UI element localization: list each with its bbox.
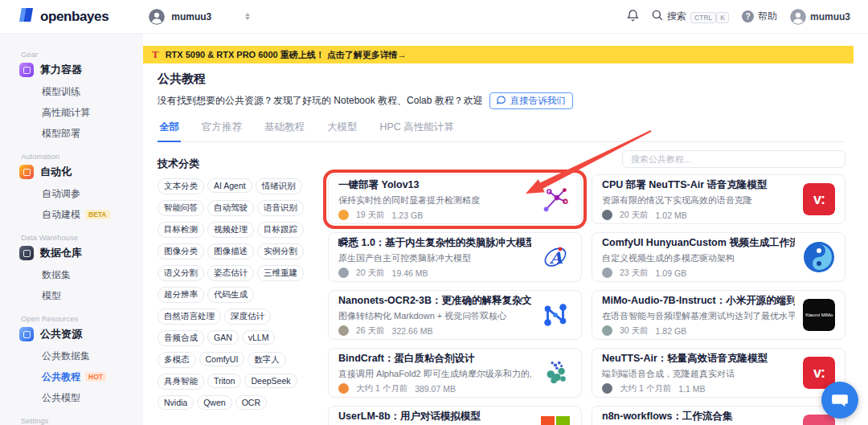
tutorial-card[interactable]: 一键部署 Yolov13 保持实时性的同时显著提升检测精度 19 天前 1.23… [328,174,582,224]
filter-tag[interactable]: 音频合成 [158,330,204,346]
sidebar-section-eyebrow: Gear [21,50,137,59]
filter-tag[interactable]: 代码生成 [207,287,254,303]
filter-tag[interactable]: OCR [235,395,267,410]
search-shortcut-keys: CTRLK [690,11,729,22]
filter-tag[interactable]: 实例分割 [257,243,304,259]
tutorial-card[interactable]: BindCraft：蛋白质粘合剂设计 直接调用 AlphaFold2 即可生成纳… [328,348,582,398]
sidebar-item-label: 公共教程 [42,370,80,384]
filter-tag[interactable]: 情绪识别 [256,178,302,194]
filter-tag[interactable]: 目标跟踪 [257,222,304,238]
tab[interactable]: 基础教程 [263,117,306,142]
sidebar-group[interactable]: 数据仓库 [19,246,137,260]
filter-tag[interactable]: DeepSeek [244,374,297,388]
promo-banner[interactable]: T RTX 5090 & RTX PRO 6000 重磅上线！ 点击了解更多详情… [143,46,854,63]
tab[interactable]: HPC 高性能计算 [379,117,456,142]
tab[interactable]: 全部 [158,117,181,142]
sidebar-item[interactable]: 公共模型 [21,387,137,408]
author-avatar [602,210,612,220]
workspace-selector[interactable]: mumuu3 [149,9,211,25]
filter-tag[interactable]: 图像分类 [158,243,204,259]
tutorial-card[interactable]: ComfyUI HunyuanCustom 视频生成工作流教程 自定义视频生成的… [592,232,845,282]
topbar: openbayes mumuu3 搜索 CTRLK ? 帮助 [0,0,868,34]
filter-tag[interactable]: 多模态 [158,352,196,368]
card-updated-time: 大约 1 个月前 [620,383,671,394]
sidebar-section: Automation 自动化自动调参自动建模BETA [21,152,137,225]
warehouse-icon [19,246,34,260]
sidebar-group-title: 公共资源 [40,327,82,341]
banner-icon: T [152,48,159,61]
filter-tag[interactable]: GAN [207,330,239,345]
sidebar-item[interactable]: 自动调参 [21,183,137,204]
tutorial-card[interactable]: Nanonets-OCR2-3B：更准确的解释复杂文档中的视 图像转结构化 Ma… [328,290,582,340]
card-description: 资源有限的情况下实现高效的语音克隆 [602,194,795,206]
filter-tag[interactable]: 姿态估计 [207,265,254,281]
filter-tag[interactable]: Nvidia [158,395,194,410]
card-size: 1.02 MB [656,210,687,220]
help-button[interactable]: ? 帮助 [742,10,777,23]
tutorial-card[interactable]: UserLM-8b：用户对话模拟模型 微软发布的用户行为模拟模型，通过扮演用户角… [328,406,582,425]
sidebar-item[interactable]: 模型训练 [21,81,137,102]
sidebar-item-label: 自动调参 [42,187,80,201]
main-content: T RTX 5090 & RTX PRO 6000 重磅上线！ 点击了解更多详情… [143,34,868,425]
global-search-button[interactable]: 搜索 CTRLK [652,10,729,23]
tutorial-card[interactable]: CPU 部署 NeuTTS-Air 语音克隆模型 资源有限的情况下实现高效的语音… [592,174,845,224]
card-description: 自定义视频生成的多模态驱动架构 [602,252,795,264]
filter-tag[interactable]: vLLM [242,330,276,345]
sidebar-group[interactable]: 公共资源 [19,327,137,341]
user-menu[interactable]: mumuu3 [790,9,850,25]
sidebar-item[interactable]: 高性能计算 [21,102,137,123]
filter-tag[interactable]: 数字人 [248,352,286,368]
compute-icon [19,63,34,77]
filter-tag[interactable]: 语音识别 [257,200,304,216]
workspace-sort-toggle[interactable] [245,13,250,20]
filter-tag[interactable]: 文本分类 [158,178,204,194]
filter-tag[interactable]: 深度估计 [224,309,271,325]
sidebar-item[interactable]: 模型部署 [21,123,137,144]
tutorial-tabs: 全部官方推荐基础教程大模型HPC 高性能计算 [158,117,845,142]
sidebar-item[interactable]: 自动建模BETA [21,204,137,225]
tutorial-card[interactable]: NeuTTS-Air：轻量高效语音克隆模型 端到端语音合成，克隆超真实对话 大约… [592,348,845,398]
card-updated-time: 26 天前 [356,325,385,337]
tutorial-search-input[interactable] [622,150,845,168]
filter-tag[interactable]: 语义分割 [158,265,204,281]
notifications-button[interactable] [627,9,639,24]
tutorial-card[interactable]: 瞬悉 1.0：基于内生复杂性的类脑脉冲大模型 原生国产自主可控类脑脉冲大模型 2… [328,232,582,282]
chat-widget-button[interactable] [821,382,858,419]
openbayes-logo-icon [18,7,35,26]
filter-tag[interactable]: 具身智能 [158,374,204,390]
filter-tag[interactable]: 自动驾驶 [207,200,254,216]
filter-tag[interactable]: 视频处理 [207,222,254,238]
nanonets-logo [539,299,571,331]
beta-badge: BETA [85,210,110,219]
author-avatar [338,210,349,220]
filter-tag[interactable]: 三维重建 [257,265,304,281]
filter-tag[interactable]: 自然语言处理 [158,309,221,325]
filter-tag[interactable]: 图像描述 [207,243,254,259]
filter-tag[interactable]: Qwen [197,395,231,410]
sidebar-group[interactable]: 算力容器 [19,63,137,77]
sidebar-item[interactable]: 数据集 [21,264,137,285]
sidebar-item[interactable]: 公共数据集 [21,345,137,366]
tab[interactable]: 官方推荐 [200,117,244,142]
tab[interactable]: 大模型 [326,117,359,142]
filter-tag[interactable]: Triton [207,374,241,388]
card-size: 1.82 GB [656,326,687,336]
sidebar-section-eyebrow: Open Resources [21,314,137,323]
filter-tag[interactable]: AI Agent [207,178,252,193]
sidebar-section: Settings ⚙ 设置账号设置 [21,416,137,425]
openbayes-logo[interactable]: openbayes [18,7,108,26]
sidebar-group[interactable]: 自动化 [19,165,137,179]
card-updated-time: 19 天前 [356,210,385,221]
filter-tag[interactable]: 智能问答 [158,200,204,216]
filter-tag[interactable]: 目标检测 [158,222,204,238]
tutorial-card[interactable]: MiMo-Audio-7B-Instruct：小米开源的端到端语音 在语音智能与… [592,290,845,340]
sidebar-item[interactable]: 公共教程HOT [21,366,137,387]
sidebar-item-label: 自动建模 [42,208,80,222]
tutorial-card[interactable]: n8n-workflows：工作流合集 汇集并标准化了世面上的 2,053 个工… [592,406,845,425]
tell-us-button[interactable]: 直接告诉我们 [489,92,573,109]
sidebar-item[interactable]: 模型 [21,285,137,306]
sidebar-item-label: 公共模型 [42,391,80,405]
filter-tag[interactable]: 超分辨率 [158,287,204,303]
card-description: 直接调用 AlphaFold2 即可生成纳摩尔级亲和力的从头结合剂 [338,368,531,380]
filter-tag[interactable]: ComfyUI [199,352,245,366]
